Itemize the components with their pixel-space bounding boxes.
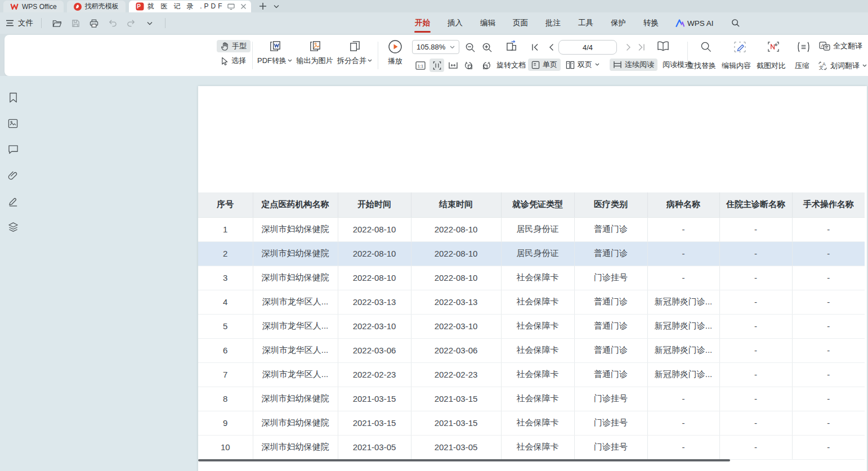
table-cell: - <box>719 217 792 241</box>
compress-icon[interactable] <box>796 40 811 53</box>
redo-icon[interactable] <box>124 16 138 30</box>
new-tab-icon[interactable] <box>259 2 267 10</box>
menu-tab-convert[interactable]: 转换 <box>643 12 659 34</box>
table-cell: 3 <box>198 266 253 290</box>
hand-tool-button[interactable]: 手型 <box>217 40 250 52</box>
table-cell: - <box>719 411 792 435</box>
tab-wps-office[interactable]: WPS Office <box>3 1 64 12</box>
table-row[interactable]: 1深圳市妇幼保健院2022-08-102022-08-10居民身份证普通门诊--… <box>198 217 865 241</box>
table-cell: 社会保障卡 <box>501 387 574 411</box>
screenshot-compare-button[interactable]: 截图对比 <box>753 60 789 72</box>
find-replace-icon[interactable] <box>699 40 713 53</box>
menu-tabs: 开始插入编辑页面批注工具保护转换 WPS AI <box>414 12 740 34</box>
menu-tab-tools[interactable]: 工具 <box>578 12 594 34</box>
table-cell: 2 <box>198 241 253 266</box>
edit-content-icon[interactable] <box>732 40 747 53</box>
quick-access-chevron-icon[interactable] <box>142 16 157 30</box>
attachment-icon[interactable] <box>5 167 21 183</box>
zoom-level-select[interactable]: 105.88% <box>412 40 459 54</box>
read-mode-icon[interactable] <box>656 39 670 53</box>
find-replace-button[interactable]: 查找替换 <box>683 60 719 72</box>
play-button[interactable]: 播放 <box>383 39 408 66</box>
layers-icon[interactable] <box>5 218 21 235</box>
word-translate-button[interactable]: A文 划词翻译 <box>816 60 868 72</box>
table-cell: 普通门诊 <box>574 290 647 314</box>
close-tab-icon[interactable] <box>240 3 247 10</box>
first-page-button[interactable] <box>528 41 543 54</box>
menu-tab-protect[interactable]: 保护 <box>610 12 627 34</box>
table-row[interactable]: 3深圳市妇幼保健院2022-08-102022-08-10社会保障卡门诊挂号--… <box>198 266 865 290</box>
table-cell: - <box>719 387 792 411</box>
table-cell: - <box>647 387 719 411</box>
menu-tab-page[interactable]: 页面 <box>512 12 529 34</box>
split-merge-button[interactable]: 拆分合并 <box>335 39 374 66</box>
single-page-button[interactable]: 单页 <box>528 59 561 71</box>
table-row[interactable]: 5深圳市龙华区人...2022-03-102022-03-10社会保障卡普通门诊… <box>198 314 865 338</box>
table-cell: 深圳市妇幼保健院 <box>253 241 338 266</box>
double-page-button[interactable]: 双页 <box>562 59 603 71</box>
signature-icon[interactable] <box>5 192 21 209</box>
fit-width-button[interactable] <box>446 59 460 72</box>
table-cell: 4 <box>198 290 253 314</box>
export-image-button[interactable]: 输出为图片 <box>295 39 334 66</box>
prev-page-button[interactable] <box>544 41 558 54</box>
file-menu-label[interactable]: 文件 <box>18 18 33 28</box>
print-icon[interactable] <box>87 16 101 30</box>
rotate-left-button[interactable] <box>462 59 477 72</box>
rotate-pages-button[interactable] <box>503 39 521 53</box>
screenshot-compare-icon[interactable] <box>766 40 781 53</box>
table-row[interactable]: 2深圳市妇幼保健院2022-08-102022-08-10居民身份证普通门诊--… <box>198 241 865 266</box>
wps-ai-label: WPS AI <box>687 19 714 28</box>
select-tool-button[interactable]: 选择 <box>217 55 250 67</box>
actual-size-button[interactable]: 1:1 <box>413 59 428 72</box>
table-row[interactable]: 10深圳市妇幼保健院2021-03-052021-03-05社会保障卡门诊挂号-… <box>198 435 865 459</box>
full-translate-button[interactable]: A 全文翻译 <box>817 40 864 52</box>
monitor-icon[interactable] <box>227 3 235 10</box>
thumbnail-icon[interactable] <box>5 115 21 132</box>
file-menu-hamburger-icon[interactable] <box>6 20 14 26</box>
comment-icon[interactable] <box>5 141 21 158</box>
save-icon[interactable] <box>68 16 83 30</box>
table-cell: - <box>719 338 792 362</box>
table-row[interactable]: 6深圳市龙华区人...2022-03-062022-03-06社会保障卡普通门诊… <box>198 338 865 362</box>
tab-document-active[interactable]: P 就 医 记 录 .PDF <box>129 1 252 12</box>
table-row[interactable]: 9深圳市妇幼保健院2021-03-152021-03-15社会保障卡门诊挂号--… <box>198 411 865 435</box>
tab-list-chevron-icon[interactable] <box>274 5 279 8</box>
tab-docer-templates[interactable]: 找稻壳模板 <box>67 1 126 12</box>
table-cell: 普通门诊 <box>574 362 647 387</box>
table-cell: 居民身份证 <box>501 217 574 241</box>
select-tool-label: 选择 <box>231 56 246 66</box>
table-horizontal-scrollbar[interactable] <box>198 459 730 461</box>
table-row[interactable]: 4深圳市龙华区人...2022-03-132022-03-13社会保障卡普通门诊… <box>198 290 865 314</box>
table-cell: 2022-08-10 <box>338 241 411 266</box>
table-row[interactable]: 8深圳市妇幼保健院2021-03-152021-03-15社会保障卡门诊挂号--… <box>198 387 865 411</box>
menu-tab-comment[interactable]: 批注 <box>545 12 561 34</box>
menu-search-icon[interactable] <box>731 19 740 28</box>
menu-tab-home[interactable]: 开始 <box>414 12 431 34</box>
menu-tab-edit[interactable]: 编辑 <box>480 12 496 34</box>
menu-tab-wps-ai[interactable]: WPS AI <box>675 19 714 28</box>
zoom-in-button[interactable] <box>480 41 494 54</box>
rotate-doc-label[interactable]: 旋转文档 <box>495 59 527 71</box>
table-header-cell: 医疗类别 <box>574 192 647 217</box>
table-cell: - <box>647 217 719 241</box>
rotate-right-button[interactable] <box>478 59 493 72</box>
page-indicator-input[interactable]: 4/4 <box>558 40 617 55</box>
chevron-down-icon <box>368 59 372 62</box>
table-cell: 深圳市龙华区人... <box>253 290 338 314</box>
fit-page-button[interactable] <box>429 59 444 72</box>
table-row[interactable]: 7深圳市龙华区人...2022-02-232022-02-23社会保障卡普通门诊… <box>198 362 865 387</box>
table-cell: 社会保障卡 <box>501 338 574 362</box>
continuous-read-button[interactable]: 连续阅读 <box>610 59 657 71</box>
open-file-icon[interactable] <box>50 16 64 30</box>
edit-content-button[interactable]: 编辑内容 <box>718 60 754 72</box>
bookmark-icon[interactable] <box>5 89 21 106</box>
last-page-button[interactable] <box>634 41 648 54</box>
zoom-out-button[interactable] <box>463 41 477 54</box>
undo-icon[interactable] <box>105 16 120 30</box>
pdf-convert-button[interactable]: PDF转换 <box>256 39 293 66</box>
table-cell: - <box>647 266 719 290</box>
medical-records-table: 序号定点医药机构名称开始时间结束时间就诊凭证类型医疗类别病种名称住院主诊断名称手… <box>198 192 865 460</box>
compress-button[interactable]: 压缩 <box>791 60 813 72</box>
menu-tab-insert[interactable]: 插入 <box>447 12 463 34</box>
